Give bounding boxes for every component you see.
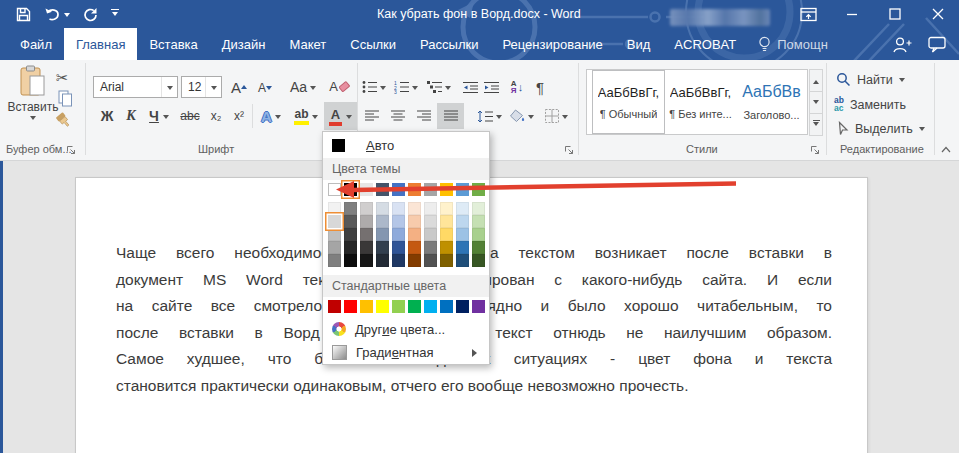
style-item[interactable]: АаБбВвЗаголово... (736, 70, 807, 134)
tint-swatch[interactable] (328, 215, 341, 228)
tint-swatch[interactable] (424, 241, 437, 254)
tint-swatch[interactable] (376, 241, 389, 254)
copy-button[interactable] (58, 90, 73, 107)
tint-swatch[interactable] (424, 254, 437, 267)
standard-color-swatch[interactable] (344, 300, 357, 313)
standard-color-swatch[interactable] (328, 300, 341, 313)
borders-button[interactable] (540, 104, 572, 128)
tab-Вид[interactable]: Вид (615, 28, 663, 60)
gradient-item[interactable]: Градиентная (323, 341, 489, 364)
tint-swatch[interactable] (472, 228, 485, 241)
style-item[interactable]: АаБбВвГг,¶ Обычный (592, 70, 665, 134)
collapse-ribbon-button[interactable] (938, 142, 954, 156)
tint-swatch[interactable] (376, 254, 389, 267)
ribbon-display-options-button[interactable] (787, 0, 830, 28)
tint-swatch[interactable] (408, 215, 421, 228)
tint-swatch[interactable] (392, 241, 405, 254)
share-signin-button[interactable] (892, 36, 912, 53)
tint-swatch[interactable] (456, 254, 469, 267)
theme-color-swatch[interactable] (456, 183, 469, 196)
multilevel-list-button[interactable] (424, 76, 453, 98)
styles-scroll-up-button[interactable] (809, 69, 823, 92)
tint-swatch[interactable] (440, 241, 453, 254)
redo-button[interactable] (83, 7, 98, 22)
standard-color-swatch[interactable] (392, 300, 405, 313)
tab-Вставка[interactable]: Вставка (137, 28, 209, 60)
align-left-button[interactable] (360, 104, 384, 128)
align-right-button[interactable] (412, 104, 436, 128)
tell-me-assistant[interactable]: Помощн (748, 28, 838, 60)
tab-Главная[interactable]: Главная (64, 28, 137, 60)
paste-button[interactable]: Вставить (8, 65, 58, 141)
tint-swatch[interactable] (392, 202, 405, 215)
tint-swatch[interactable] (424, 202, 437, 215)
standard-color-swatch[interactable] (424, 300, 437, 313)
tint-swatch[interactable] (360, 202, 373, 215)
tint-swatch[interactable] (344, 228, 357, 241)
tint-swatch[interactable] (408, 202, 421, 215)
customize-qat-button[interactable] (111, 9, 119, 20)
grow-font-button[interactable]: А (227, 75, 251, 99)
theme-color-swatch[interactable] (344, 183, 357, 196)
bullets-button[interactable] (360, 76, 387, 98)
close-button[interactable] (916, 0, 959, 28)
theme-color-swatch[interactable] (392, 183, 405, 196)
minimize-button[interactable] (830, 0, 873, 28)
undo-button[interactable] (44, 7, 70, 21)
font-size-dropdown[interactable] (205, 77, 221, 97)
tint-swatch[interactable] (376, 228, 389, 241)
tint-swatch[interactable] (360, 215, 373, 228)
italic-button[interactable]: К (120, 104, 142, 128)
tab-ACROBAT[interactable]: ACROBAT (662, 28, 748, 60)
tab-Рассылки[interactable]: Рассылки (408, 28, 490, 60)
tint-swatch[interactable] (392, 215, 405, 228)
tint-swatch[interactable] (376, 202, 389, 215)
font-size-combobox[interactable]: 12 (181, 76, 222, 98)
tint-swatch[interactable] (408, 254, 421, 267)
cut-button[interactable]: ✂ (56, 69, 69, 87)
theme-color-swatch[interactable] (440, 183, 453, 196)
tint-swatch[interactable] (440, 202, 453, 215)
theme-color-swatch[interactable] (408, 183, 421, 196)
tint-swatch[interactable] (408, 228, 421, 241)
font-color-arrow[interactable] (346, 115, 352, 122)
numbering-button[interactable]: 123 (392, 76, 419, 98)
theme-color-swatch[interactable] (472, 183, 485, 196)
standard-color-swatch[interactable] (440, 300, 453, 313)
styles-gallery-more-button[interactable] (809, 113, 823, 136)
tint-swatch[interactable] (344, 241, 357, 254)
tab-Макет[interactable]: Макет (277, 28, 338, 60)
tint-swatch[interactable] (472, 202, 485, 215)
highlight-color-button[interactable]: ab (289, 104, 323, 128)
tint-swatch[interactable] (360, 241, 373, 254)
tint-swatch[interactable] (328, 241, 341, 254)
tint-swatch[interactable] (456, 228, 469, 241)
standard-color-swatch[interactable] (472, 300, 485, 313)
tint-swatch[interactable] (408, 241, 421, 254)
select-button[interactable]: Выделить (837, 121, 925, 136)
tint-swatch[interactable] (392, 228, 405, 241)
tint-swatch[interactable] (424, 228, 437, 241)
standard-color-swatch[interactable] (360, 300, 373, 313)
save-button[interactable] (16, 7, 31, 22)
align-center-button[interactable] (386, 104, 410, 128)
more-colors-item[interactable]: Другие цвета... (323, 317, 489, 341)
superscript-button[interactable]: x² (228, 104, 250, 128)
automatic-color-item[interactable]: Авто (323, 132, 489, 158)
theme-color-swatch[interactable] (424, 183, 437, 196)
tint-swatch[interactable] (344, 215, 357, 228)
change-case-button[interactable]: Aa (286, 75, 320, 99)
styles-scroll-down-button[interactable] (809, 91, 823, 114)
tint-swatch[interactable] (472, 254, 485, 267)
theme-color-swatch[interactable] (328, 183, 341, 196)
tint-swatch[interactable] (456, 202, 469, 215)
tab-Рецензирование[interactable]: Рецензирование (490, 28, 614, 60)
tint-swatch[interactable] (440, 215, 453, 228)
clear-formatting-button[interactable]: А (326, 74, 354, 98)
paragraph-dialog-launcher[interactable] (564, 145, 575, 156)
tab-Ссылки[interactable]: Ссылки (338, 28, 408, 60)
tint-swatch[interactable] (456, 241, 469, 254)
tint-swatch[interactable] (328, 202, 341, 215)
sort-button[interactable]: А Я ↓ (506, 75, 528, 99)
strikethrough-button[interactable]: abc (177, 104, 203, 128)
